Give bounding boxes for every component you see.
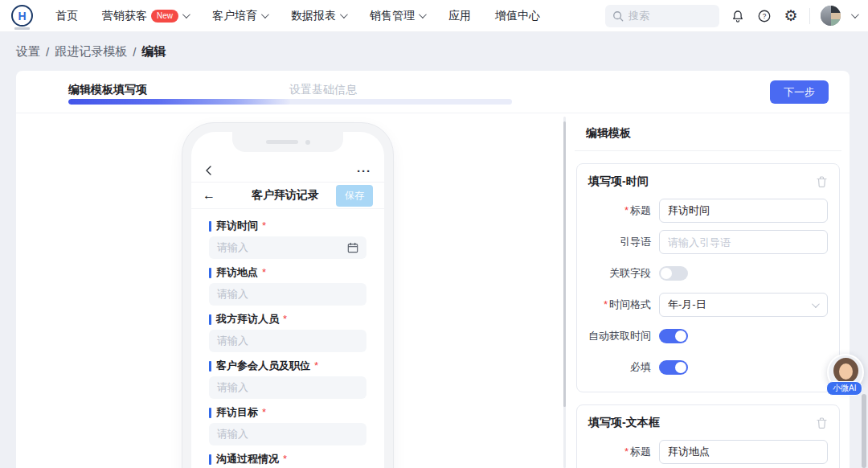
- nav-item-nurture[interactable]: 客户培育: [212, 9, 267, 23]
- phone-field-visit-location[interactable]: 拜访地点 * 请输入: [209, 267, 366, 306]
- field-label-row: 拜访地点 *: [209, 267, 366, 278]
- user-avatar[interactable]: [821, 6, 841, 26]
- phone-preview: ··· ← 客户拜访记录 保存 拜访时间 *: [182, 122, 394, 468]
- field-label: 客户参会人员及职位: [216, 360, 310, 372]
- back-arrow-icon[interactable]: ←: [203, 188, 235, 203]
- field-label-row: 我方拜访人员 *: [209, 314, 366, 325]
- phone-title-bar: ← 客户拜访记录 保存: [191, 182, 384, 209]
- chevron-down-icon: [419, 10, 427, 18]
- notification-bell-icon[interactable]: [730, 8, 746, 24]
- delete-trash-icon[interactable]: [816, 417, 828, 429]
- phone-speaker: [266, 140, 298, 144]
- our-visitors-input[interactable]: 请输入: [209, 330, 366, 352]
- breadcrumb-current: 编辑: [141, 44, 166, 60]
- search-icon: [612, 10, 624, 22]
- field-card-time: 填写项-时间 *标题 引导语 关联字段: [576, 163, 840, 392]
- scrollbar-thumb[interactable]: [563, 121, 566, 407]
- wizard-step-basic-info[interactable]: 设置基础信息: [289, 83, 357, 97]
- nav-item-sales[interactable]: 销售管理: [370, 9, 424, 23]
- row-auto-time: 自动获取时间: [588, 324, 828, 348]
- row-label: 引导语: [620, 236, 651, 248]
- editor-content: ··· ← 客户拜访记录 保存 拜访时间 *: [16, 113, 850, 468]
- breadcrumb: 设置 / 跟进记录模板 / 编辑: [16, 39, 166, 64]
- related-field-toggle[interactable]: [659, 266, 688, 281]
- row-label: 标题: [630, 204, 651, 216]
- chevron-down-icon: [261, 10, 269, 18]
- visit-time-input[interactable]: 请输入: [209, 236, 366, 259]
- time-guide-input[interactable]: [659, 230, 828, 254]
- nav-menu: 首页 营销获客 New 客户培育 数据报表 销售管理 应用: [55, 9, 540, 23]
- nav-label: 客户培育: [212, 9, 257, 23]
- wizard-progress-track: [68, 99, 512, 105]
- chevron-down-icon: [340, 10, 348, 18]
- nav-item-home[interactable]: 首页: [55, 9, 78, 23]
- app-viewport: H 首页 营销获客 New 客户培育 数据报表 销售管理: [0, 0, 868, 468]
- phone-save-button[interactable]: 保存: [336, 185, 373, 207]
- required-asterisk: *: [624, 204, 628, 216]
- page-scrollbar[interactable]: [862, 0, 866, 468]
- phone-field-visit-time[interactable]: 拜访时间 * 请输入: [209, 220, 366, 259]
- more-menu-icon[interactable]: ···: [357, 164, 371, 178]
- account-chevron-down-icon[interactable]: [851, 10, 859, 18]
- nav-label: 首页: [55, 9, 78, 23]
- time-title-input[interactable]: [659, 199, 828, 223]
- phone-field-customer-attendees[interactable]: 客户参会人员及职位 * 请输入: [209, 360, 366, 399]
- app-logo[interactable]: H: [11, 5, 33, 27]
- required-asterisk: *: [262, 220, 266, 232]
- next-step-button[interactable]: 下一步: [770, 80, 829, 104]
- input-placeholder: 请输入: [217, 427, 248, 441]
- phone-field-visit-goal[interactable]: 拜访目标 * 请输入: [209, 407, 366, 445]
- search-box[interactable]: [605, 5, 719, 27]
- nav-item-reports[interactable]: 数据报表: [291, 9, 346, 23]
- label-accent-bar: [209, 408, 211, 418]
- svg-text:?: ?: [763, 13, 767, 20]
- delete-trash-icon[interactable]: [816, 175, 828, 188]
- row-label: 标题: [630, 445, 651, 458]
- nav-item-value-center[interactable]: 增值中心: [495, 9, 540, 23]
- row-related-field: 关联字段: [588, 261, 828, 285]
- input-placeholder: 请输入: [217, 287, 248, 302]
- required-asterisk: *: [604, 298, 608, 310]
- breadcrumb-separator: /: [133, 45, 136, 59]
- selected-option: 年-月-日: [668, 298, 706, 312]
- phone-camera: [305, 140, 310, 145]
- calendar-icon: [347, 242, 358, 253]
- ai-assistant-badge[interactable]: 小微AI: [826, 381, 862, 396]
- phone-field-our-visitors[interactable]: 我方拜访人员 * 请输入: [209, 314, 366, 352]
- field-label: 沟通过程情况: [216, 454, 279, 465]
- required-asterisk: *: [314, 360, 318, 372]
- wizard-step-edit-fields[interactable]: 编辑模板填写项: [68, 83, 147, 97]
- wizard-header: 编辑模板填写项 设置基础信息 下一步: [16, 71, 850, 113]
- back-chevron-icon[interactable]: [204, 165, 214, 176]
- preview-scrollbar[interactable]: [563, 117, 566, 468]
- scrollbar-thumb[interactable]: [862, 394, 866, 468]
- phone-field-communication[interactable]: 沟通过程情况 * 请输入: [209, 454, 366, 468]
- row-label: 时间格式: [609, 298, 651, 310]
- nav-item-marketing[interactable]: 营销获客 New: [102, 9, 188, 23]
- breadcrumb-settings[interactable]: 设置: [16, 44, 40, 60]
- row-guide: 引导语: [588, 230, 828, 254]
- edit-panel: 编辑模板 填写项-时间 *标题 引导语: [575, 113, 841, 468]
- ai-assistant[interactable]: 小微AI: [827, 354, 866, 391]
- customer-attendees-input[interactable]: 请输入: [209, 376, 366, 399]
- chevron-down-icon: [182, 10, 190, 18]
- required-toggle[interactable]: [659, 360, 688, 375]
- textbox-title-input[interactable]: [659, 440, 828, 464]
- main-panel: 编辑模板填写项 设置基础信息 下一步: [16, 71, 850, 468]
- field-card-textbox: 填写项-文本框 *标题 引导语: [576, 404, 840, 468]
- input-placeholder: 请输入: [217, 380, 248, 395]
- nav-label: 营销获客: [102, 9, 147, 23]
- field-card-title: 填写项-时间: [588, 174, 649, 189]
- phone-form: 拜访时间 * 请输入: [191, 210, 384, 468]
- row-label: 必填: [630, 361, 651, 373]
- search-input[interactable]: [628, 10, 709, 22]
- settings-gear-icon[interactable]: ⚙: [783, 8, 799, 24]
- help-icon[interactable]: ?: [756, 8, 772, 24]
- visit-goal-input[interactable]: 请输入: [209, 423, 366, 445]
- breadcrumb-template[interactable]: 跟进记录模板: [55, 44, 127, 60]
- auto-get-time-toggle[interactable]: [659, 329, 688, 343]
- label-accent-bar: [209, 361, 211, 372]
- visit-location-input[interactable]: 请输入: [209, 283, 366, 306]
- nav-item-apps[interactable]: 应用: [448, 9, 471, 23]
- time-format-select[interactable]: 年-月-日: [659, 293, 828, 317]
